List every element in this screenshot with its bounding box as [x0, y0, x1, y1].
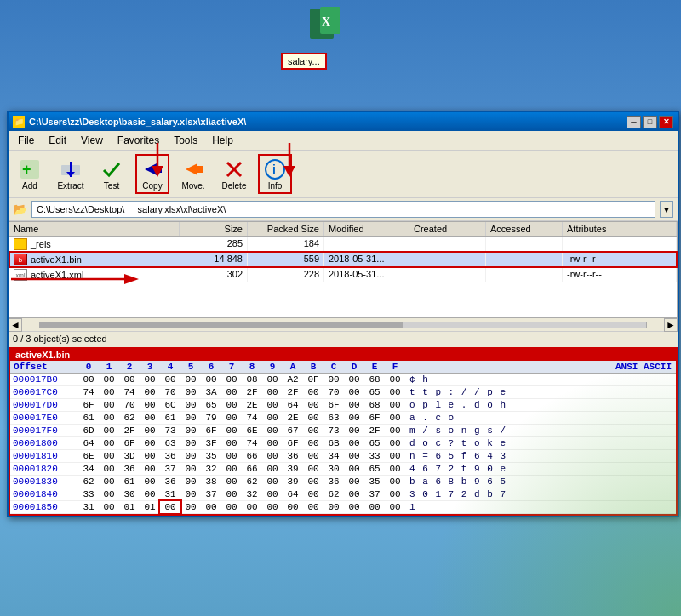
hex-data-row: 00001850 3100010100000000000000000000000…: [10, 501, 676, 514]
hex-data-row: 000017E0 610062006100790074002E0063006F0…: [10, 412, 676, 425]
extract-svg: [60, 158, 82, 180]
hex-offset-header: Offset: [10, 362, 78, 372]
status-text: 0 / 3 object(s) selected: [13, 334, 107, 344]
add-label: Add: [22, 181, 37, 191]
address-bar: 📂 ▼: [9, 198, 678, 221]
hex-offset: 00001800: [10, 437, 78, 449]
table-row[interactable]: b activeX1.bin 14 848 559 2018-05-31... …: [9, 252, 677, 267]
address-dropdown[interactable]: ▼: [660, 201, 673, 218]
col-size[interactable]: Size: [180, 222, 248, 236]
file-name: activeX1.xml: [31, 270, 83, 280]
svg-text:+: +: [22, 161, 31, 178]
hex-offset: 00001820: [10, 463, 78, 475]
desktop-excel-icon[interactable]: X: [300, 7, 351, 44]
file-created: [409, 237, 486, 252]
col-modified[interactable]: Modified: [324, 222, 409, 236]
extract-button[interactable]: Extract: [54, 157, 88, 191]
hex-col-F: F: [385, 362, 405, 372]
menu-view[interactable]: View: [76, 133, 108, 148]
window-title: C:\Users\zz\Desktop\basic_salary.xlsx\xl…: [29, 117, 246, 127]
hex-offset: 00001840: [10, 488, 78, 500]
info-label: Info: [268, 181, 283, 191]
svg-marker-10: [186, 163, 197, 175]
scroll-track[interactable]: [39, 322, 647, 328]
test-button[interactable]: Test: [94, 157, 129, 191]
col-name[interactable]: Name: [9, 222, 180, 236]
address-icon: 📂: [13, 202, 27, 216]
hex-content: Offset 0 1 2 3 4 5 6 7 8 9 A B C D E F: [10, 361, 676, 514]
title-bar-left: 📁 C:\Users\zz\Desktop\basic_salary.xlsx\…: [13, 116, 246, 128]
copy-icon: [140, 157, 164, 181]
delete-label: Delete: [222, 181, 247, 191]
info-button[interactable]: i Info: [258, 154, 292, 194]
info-svg: i: [264, 158, 286, 180]
file-accessed: [486, 267, 563, 282]
col-packed[interactable]: Packed Size: [248, 222, 324, 236]
move-icon: [181, 157, 205, 181]
hex-viewer: activeX1.bin Offset 0 1 2 3 4 5 6 7 8 9 …: [9, 347, 678, 516]
hex-data-row: 00001810 6E003D0036003500660036003400330…: [10, 450, 676, 463]
move-label: Move.: [181, 181, 204, 191]
scroll-thumb[interactable]: [40, 322, 403, 328]
salary-label: salary...: [288, 56, 320, 66]
desktop: X salary... 📁 C:\Users\zz\Desktop\basic_…: [0, 0, 681, 616]
move-button[interactable]: Move.: [176, 157, 210, 191]
scroll-right[interactable]: ►: [664, 318, 678, 332]
hex-col-4: 4: [160, 362, 180, 372]
col-accessed[interactable]: Accessed: [486, 222, 563, 236]
hex-data-row: 000017B0 00000000000000000800A20F0000680…: [10, 374, 676, 386]
minimize-button[interactable]: ─: [627, 116, 641, 128]
copy-button[interactable]: Copy: [135, 154, 169, 194]
file-name-cell: b activeX1.bin: [9, 252, 180, 267]
hex-offset: 000017C0: [10, 386, 78, 398]
hex-col-8: 8: [242, 362, 262, 372]
file-name-cell: _rels: [9, 237, 180, 252]
hex-offset: 00001830: [10, 476, 78, 488]
hex-filename: activeX1.bin: [15, 350, 70, 360]
menu-favorites[interactable]: Favorites: [112, 133, 164, 148]
title-bar: 📁 C:\Users\zz\Desktop\basic_salary.xlsx\…: [9, 112, 678, 131]
menu-bar: File Edit View Favorites Tools Help: [9, 131, 678, 151]
svg-rect-9: [157, 166, 162, 173]
menu-tools[interactable]: Tools: [169, 133, 203, 148]
maximize-button[interactable]: □: [643, 116, 657, 128]
extract-label: Extract: [57, 181, 83, 191]
svg-text:i: i: [272, 163, 276, 176]
menu-edit[interactable]: Edit: [43, 133, 72, 148]
file-created: [409, 252, 486, 267]
delete-button[interactable]: Delete: [217, 157, 251, 191]
title-bar-controls: ─ □ ✕: [627, 116, 673, 128]
hex-col-2: 2: [119, 362, 140, 372]
file-name-cell: xml activeX1.xml: [9, 267, 180, 282]
file-attrs: -rw-r--r--: [563, 267, 677, 282]
file-modified: 2018-05-31...: [324, 267, 409, 282]
file-name: _rels: [31, 239, 51, 249]
menu-help[interactable]: Help: [207, 133, 238, 148]
delete-icon: [222, 157, 246, 181]
add-button[interactable]: + Add: [13, 157, 47, 191]
col-attrs[interactable]: Attributes: [563, 222, 677, 236]
info-icon: i: [263, 157, 287, 181]
file-accessed: [486, 237, 563, 252]
hex-col-0: 0: [78, 362, 99, 372]
close-button[interactable]: ✕: [659, 116, 673, 128]
file-attrs: [563, 237, 677, 252]
excel-svg: X: [306, 7, 344, 44]
hex-data-row: 000017C0 7400740070003A002F002F007000650…: [10, 386, 676, 399]
svg-text:X: X: [322, 15, 330, 28]
scroll-left[interactable]: ◄: [9, 318, 22, 332]
toolbar: + Add Extract: [9, 151, 678, 198]
hex-data-row: 000017F0 6D002F0073006F006E00670073002F0…: [10, 425, 676, 437]
xml-icon: xml: [14, 269, 27, 281]
table-row[interactable]: _rels 285 184: [9, 237, 677, 252]
table-row[interactable]: xml activeX1.xml 302 228 2018-05-31... -…: [9, 267, 677, 282]
horizontal-scrollbar[interactable]: ◄ ►: [9, 317, 678, 331]
menu-file[interactable]: File: [13, 133, 39, 148]
col-created[interactable]: Created: [409, 222, 486, 236]
hex-offset: 000017E0: [10, 412, 78, 424]
file-accessed: [486, 252, 563, 267]
file-name: activeX1.bin: [31, 254, 82, 265]
main-window: 📁 C:\Users\zz\Desktop\basic_salary.xlsx\…: [7, 111, 679, 517]
address-input[interactable]: [31, 201, 655, 218]
file-created: [409, 267, 486, 282]
